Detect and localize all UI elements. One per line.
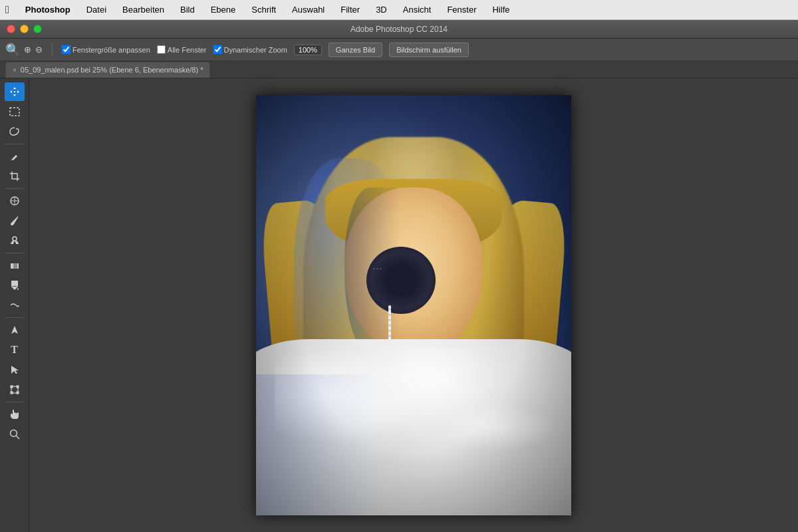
menu-bearbeiten[interactable]: Bearbeiten [120, 5, 167, 15]
all-windows-input[interactable] [157, 45, 166, 54]
svg-point-5 [13, 237, 17, 241]
menu-filter[interactable]: Filter [338, 5, 362, 15]
fill-screen-button[interactable]: Bildschirm ausfüllen [389, 43, 469, 57]
options-bar: 🔍 ⊕ ⊖ Fenstergröße anpassen Alle Fenster… [0, 39, 798, 61]
smudge-tool[interactable] [5, 296, 25, 315]
menu-auswahl[interactable]: Auswahl [289, 5, 327, 15]
menu-hilfe[interactable]: Hilfe [489, 5, 512, 15]
tool-panel: T [0, 78, 29, 532]
path-selection-tool[interactable] [5, 360, 25, 379]
svg-rect-9 [11, 386, 13, 388]
document-tab[interactable]: × 05_09_malen.psd bei 25% (Ebene 6, Eben… [5, 62, 210, 78]
apple-menu[interactable]:  [5, 4, 9, 16]
menu-bar:  Photoshop Datei Bearbeiten Bild Ebene … [0, 0, 798, 20]
dynamic-zoom-checkbox[interactable]: Dynamischer Zoom [213, 45, 287, 54]
menu-bild[interactable]: Bild [178, 5, 198, 15]
window-controls [7, 25, 42, 33]
svg-point-13 [10, 430, 17, 437]
menu-ebene[interactable]: Ebene [208, 5, 239, 15]
menu-3d[interactable]: 3D [373, 5, 390, 15]
eraser-tool[interactable] [5, 256, 25, 275]
pen-tool[interactable] [5, 321, 25, 339]
zoom-value-container[interactable] [294, 45, 322, 55]
zoom-value-input[interactable] [297, 46, 319, 54]
lasso-tool[interactable] [5, 122, 25, 141]
maximize-button[interactable] [33, 25, 42, 33]
tab-title: 05_09_malen.psd bei 25% (Ebene 6, Ebenen… [21, 66, 203, 74]
fill-tool[interactable] [5, 276, 25, 295]
minimize-button[interactable] [20, 25, 29, 33]
separator-1 [52, 43, 53, 57]
menu-ansicht[interactable]: Ansicht [400, 5, 434, 15]
fit-image-button[interactable]: Ganzes Bild [329, 43, 382, 57]
tool-separator-4 [5, 317, 24, 318]
tab-close-icon[interactable]: × [13, 66, 17, 74]
photo-vignette [256, 95, 571, 515]
close-button[interactable] [7, 25, 15, 33]
svg-point-4 [11, 223, 13, 225]
menu-datei[interactable]: Datei [84, 5, 109, 15]
svg-rect-7 [13, 263, 17, 269]
crop-tool[interactable] [5, 167, 25, 186]
brush-tool[interactable] [5, 211, 25, 230]
workspace: T [0, 78, 798, 532]
svg-rect-12 [17, 392, 19, 394]
tab-bar: × 05_09_malen.psd bei 25% (Ebene 6, Eben… [0, 61, 798, 78]
title-bar: Adobe Photoshop CC 2014 [0, 20, 798, 39]
svg-rect-10 [17, 386, 19, 388]
menu-schrift[interactable]: Schrift [249, 5, 279, 15]
marquee-tool[interactable] [5, 102, 25, 121]
menu-fenster[interactable]: Fenster [444, 5, 479, 15]
hand-tool[interactable] [5, 405, 25, 424]
zoom-out-icon[interactable]: ⊖ [35, 45, 43, 55]
zoom-magnify-icon[interactable]: 🔍 [5, 43, 20, 57]
zoom-in-icon[interactable]: ⊕ [24, 45, 31, 55]
type-tool[interactable]: T [5, 340, 25, 359]
menu-photoshop[interactable]: Photoshop [23, 5, 73, 15]
move-tool[interactable] [5, 82, 25, 101]
canvas-area[interactable] [29, 78, 798, 532]
all-windows-checkbox[interactable]: Alle Fenster [157, 45, 207, 54]
svg-line-14 [16, 436, 19, 440]
fit-window-input[interactable] [62, 45, 70, 54]
eyedropper-tool[interactable] [5, 147, 25, 166]
transform-tool[interactable] [5, 380, 25, 399]
tool-separator-3 [5, 253, 24, 253]
svg-rect-0 [10, 108, 19, 116]
window-title: Adobe Photoshop CC 2014 [350, 25, 448, 34]
tool-separator-1 [5, 144, 24, 144]
photo-canvas [256, 95, 571, 515]
tool-separator-5 [5, 402, 24, 402]
clone-stamp-tool[interactable] [5, 231, 25, 250]
dynamic-zoom-input[interactable] [213, 45, 222, 54]
tool-separator-2 [5, 188, 24, 189]
svg-rect-11 [11, 392, 13, 394]
zoom-tool[interactable] [5, 425, 25, 444]
patch-tool[interactable] [5, 192, 25, 210]
zoom-tools-group: 🔍 ⊕ ⊖ [5, 43, 43, 57]
fit-window-checkbox[interactable]: Fenstergröße anpassen [62, 45, 150, 54]
